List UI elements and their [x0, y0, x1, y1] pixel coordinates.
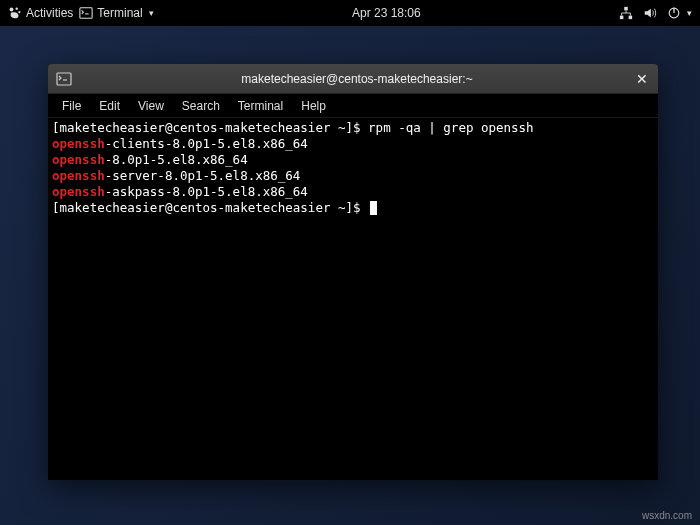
- terminal-icon: [56, 71, 72, 87]
- menu-help[interactable]: Help: [293, 97, 334, 115]
- svg-rect-4: [624, 7, 628, 11]
- power-status[interactable]: ▾: [667, 6, 692, 20]
- activities-label: Activities: [26, 6, 73, 20]
- terminal-icon: [79, 6, 93, 20]
- network-icon: [619, 6, 633, 20]
- window-title: maketecheasier@centos-maketecheasier:~: [80, 72, 634, 86]
- volume-icon: [643, 6, 657, 20]
- watermark: wsxdn.com: [642, 510, 692, 521]
- terminal-window: maketecheasier@centos-maketecheasier:~ ✕…: [48, 64, 658, 480]
- network-status[interactable]: [619, 6, 633, 20]
- menu-file[interactable]: File: [54, 97, 89, 115]
- topbar-datetime[interactable]: Apr 23 18:06: [352, 6, 421, 20]
- activities-button[interactable]: Activities: [8, 6, 73, 20]
- menu-search[interactable]: Search: [174, 97, 228, 115]
- window-close-button[interactable]: ✕: [634, 71, 650, 87]
- svg-point-1: [16, 7, 18, 9]
- output-text: -clients-8.0p1-5.el8.x86_64: [105, 136, 308, 151]
- terminal-line: openssh-clients-8.0p1-5.el8.x86_64: [52, 136, 654, 152]
- menu-view[interactable]: View: [130, 97, 172, 115]
- svg-point-0: [10, 8, 14, 12]
- svg-rect-3: [80, 8, 92, 19]
- grep-match: openssh: [52, 184, 105, 199]
- terminal-line: [maketecheasier@centos-maketecheasier ~]…: [52, 120, 654, 136]
- output-text: -8.0p1-5.el8.x86_64: [105, 152, 248, 167]
- topbar-left: Activities Terminal ▾: [8, 6, 154, 20]
- terminal-line: openssh-askpass-8.0p1-5.el8.x86_64: [52, 184, 654, 200]
- menu-terminal[interactable]: Terminal: [230, 97, 291, 115]
- prompt: [maketecheasier@centos-maketecheasier ~]…: [52, 200, 368, 215]
- chevron-down-icon: ▾: [687, 8, 692, 18]
- svg-rect-8: [57, 73, 71, 85]
- grep-match: openssh: [52, 136, 105, 151]
- output-text: -askpass-8.0p1-5.el8.x86_64: [105, 184, 308, 199]
- grep-match: openssh: [52, 168, 105, 183]
- volume-status[interactable]: [643, 6, 657, 20]
- menu-edit[interactable]: Edit: [91, 97, 128, 115]
- command-text: rpm -qa | grep openssh: [368, 120, 534, 135]
- topbar-right: ▾: [619, 6, 692, 20]
- gnome-topbar: Activities Terminal ▾ Apr 23 18:06 ▾: [0, 0, 700, 26]
- datetime-label: Apr 23 18:06: [352, 6, 421, 20]
- terminal-content[interactable]: [maketecheasier@centos-maketecheasier ~]…: [48, 118, 658, 480]
- active-app-button[interactable]: Terminal ▾: [79, 6, 153, 20]
- terminal-line: openssh-8.0p1-5.el8.x86_64: [52, 152, 654, 168]
- terminal-line: [maketecheasier@centos-maketecheasier ~]…: [52, 200, 654, 216]
- prompt: [maketecheasier@centos-maketecheasier ~]…: [52, 120, 368, 135]
- svg-point-2: [18, 11, 20, 13]
- chevron-down-icon: ▾: [149, 8, 154, 18]
- power-icon: [667, 6, 681, 20]
- gnome-foot-icon: [8, 6, 22, 20]
- terminal-line: openssh-server-8.0p1-5.el8.x86_64: [52, 168, 654, 184]
- terminal-menubar: File Edit View Search Terminal Help: [48, 94, 658, 118]
- active-app-label: Terminal: [97, 6, 142, 20]
- svg-rect-6: [629, 16, 633, 20]
- cursor-block: [370, 201, 377, 215]
- grep-match: openssh: [52, 152, 105, 167]
- window-titlebar[interactable]: maketecheasier@centos-maketecheasier:~ ✕: [48, 64, 658, 94]
- output-text: -server-8.0p1-5.el8.x86_64: [105, 168, 301, 183]
- svg-rect-5: [620, 16, 624, 20]
